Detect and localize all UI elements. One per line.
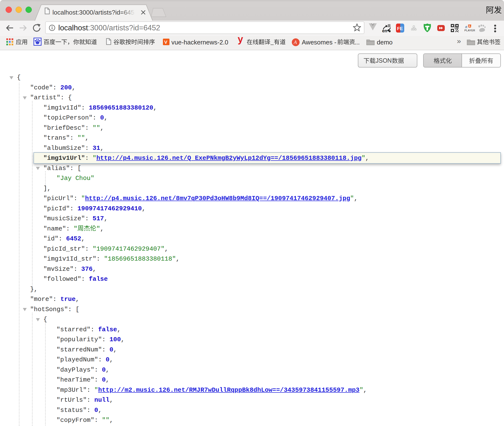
svg-text:5: 5	[469, 25, 470, 28]
svg-text:en: en	[382, 28, 387, 33]
svg-text:V: V	[164, 40, 168, 45]
svg-text:A: A	[293, 39, 297, 45]
svg-text:FE: FE	[397, 26, 403, 31]
svg-text:PLAYER: PLAYER	[464, 29, 475, 32]
